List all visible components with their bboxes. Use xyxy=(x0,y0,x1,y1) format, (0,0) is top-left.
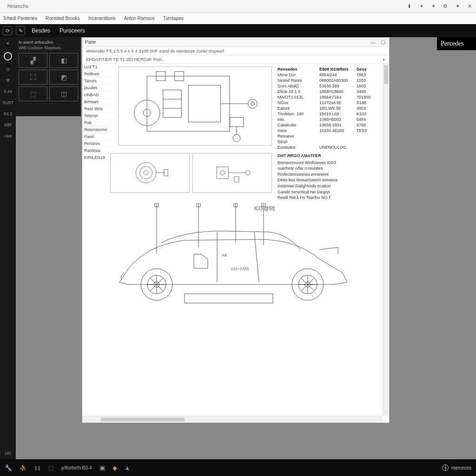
svg-point-16 xyxy=(140,167,152,179)
scrollbar-thumb[interactable] xyxy=(101,417,185,422)
table-cell: Intee xyxy=(278,128,319,133)
table-cell: Gors Attal() xyxy=(278,84,319,88)
document-subtitle-2: ENDATITIER TE T1 2EI HERGsh Trun.. ▸ xyxy=(82,55,389,64)
refresh-icon[interactable]: ⟳ xyxy=(3,26,12,35)
taskbar: 🔧 ⛹ ⫿⫿ ⬚ p/tbebeth B0-4 ▣ ◆ ▲ merceces xyxy=(0,459,476,476)
app-tab[interactable]: Puroceers xyxy=(57,27,88,34)
menu-item[interactable]: Roceded Brooks xyxy=(46,16,80,21)
download-icon[interactable]: ⬇ xyxy=(406,4,412,9)
doc-nav-item[interactable]: Duules xyxy=(82,85,115,92)
rail-label[interactable]: Ok8 xyxy=(4,134,12,139)
table-cell: 3489 xyxy=(357,89,378,94)
chart-icon[interactable]: ⫿⫿ xyxy=(34,464,41,471)
clock-icon[interactable]: ◷ xyxy=(6,67,10,72)
table-header-cell: E808 I01W8sts xyxy=(319,67,357,72)
table-cell: MA/OT1 013L xyxy=(278,95,319,99)
doc-nav-item[interactable]: Reet Wris xyxy=(82,106,115,112)
component-diagram xyxy=(110,153,190,193)
table-cell: 18564 7164 xyxy=(319,95,357,99)
doc-nav-item[interactable]: Pertures xyxy=(82,140,115,147)
scrollbar-thumb[interactable] xyxy=(384,66,388,84)
panel-box-icon[interactable]: ◩ xyxy=(49,70,78,85)
doc-nav-item[interactable]: Bimsart xyxy=(82,99,115,106)
table-row: Tredeton. 18015019 L68K103 xyxy=(278,111,378,117)
table-cell: Ellcie 19 1 9 xyxy=(278,89,319,94)
table-row: Intee15339.48183TE93 xyxy=(278,128,378,133)
doc-nav-item[interactable]: Parel xyxy=(82,133,115,140)
panel-box-icon[interactable]: ◫ xyxy=(49,86,78,101)
app-tab[interactable]: Besdes xyxy=(29,27,53,34)
gear-icon[interactable]: ⚙ xyxy=(443,4,448,9)
table-cell xyxy=(357,145,378,150)
table-row: NGuv.11272s4.80S188 xyxy=(278,100,378,106)
document-sub2: ENDATITIER TE T1 2EI HERGsh Trun.. xyxy=(86,57,164,62)
table-cell: Msne Dor xyxy=(278,73,319,77)
menu-icon[interactable]: ≡ xyxy=(7,41,9,46)
menu-item[interactable]: Tchedl Panteries xyxy=(3,16,37,21)
app-icon[interactable]: ◆ xyxy=(112,464,117,471)
doc-nav-item[interactable]: Petltnee xyxy=(82,71,115,78)
table-row: Strun xyxy=(278,139,378,145)
table-header-cell: Dess xyxy=(357,67,378,72)
panel-box-icon[interactable]: ▞ xyxy=(19,53,47,68)
doc-nav-item[interactable]: Tanurs xyxy=(82,78,115,85)
rail-label[interactable]: SUST xyxy=(2,100,13,105)
menu-item[interactable]: Incenentiions xyxy=(88,16,116,21)
horizontal-scrollbar[interactable] xyxy=(82,416,383,423)
table-row: MA/OT1 013L18564 7164701800 xyxy=(278,94,378,100)
data-table: Rensedes E808 I01W8sts Dess Msne Dor8854… xyxy=(278,66,378,150)
vertical-scrollbar[interactable]: ˇ xyxy=(383,64,389,416)
cube-icon[interactable]: ⬚ xyxy=(48,464,54,471)
menu-item[interactable]: Turntapes xyxy=(163,16,184,21)
table-header: Rensedes E808 I01W8sts Dess xyxy=(278,66,378,72)
edit-icon[interactable]: ✎ xyxy=(16,26,25,35)
panel-box-icon[interactable]: ◧ xyxy=(49,53,78,68)
scroll-down-arrow[interactable]: ˇ xyxy=(383,410,389,415)
table-cell: 7883 xyxy=(357,73,378,77)
person-icon[interactable]: ⛹ xyxy=(20,464,27,471)
browser-tab[interactable]: Hesenchs xyxy=(4,2,32,11)
table-cell: 8854/244 xyxy=(319,73,357,77)
table-row: Catsleobe10658:18016788 xyxy=(278,122,378,128)
rail-label[interactable]: 5.44 xyxy=(4,89,12,94)
doc-nav-item[interactable]: UNBAD xyxy=(82,92,115,99)
star-icon[interactable]: ✶ xyxy=(418,4,424,9)
star-icon[interactable]: ✶ xyxy=(430,4,436,9)
rail-circle-icon[interactable] xyxy=(4,52,12,60)
table-cell: 15019 L68 xyxy=(319,112,357,116)
svg-point-13 xyxy=(233,134,240,142)
left-rail: ≡ ◷ ⚒ 5.44 SUST S4.2 5tlR Ok8 185 xyxy=(0,37,16,459)
doc-nav-item[interactable]: Patt xyxy=(82,119,115,126)
close-icon[interactable]: ✕ xyxy=(467,4,472,9)
table-row: Ellcie 19 1 91868H186003489 xyxy=(278,89,378,94)
menu-item[interactable]: Anton Ramsos xyxy=(124,16,155,21)
app-bar: ⟳ ✎ Besdes Puroceers xyxy=(0,24,476,37)
table-cell: ints xyxy=(278,117,319,122)
wrench-icon[interactable]: 🔧 xyxy=(5,464,12,471)
rail-bottom-label: 185 xyxy=(4,451,11,456)
rail-label[interactable]: 5tlR xyxy=(4,123,12,127)
star-icon[interactable]: ✦ xyxy=(455,4,460,9)
doc-nav-item[interactable]: Reterstenrin xyxy=(82,126,115,133)
table-row: Nesnd Rares088001A803001553 xyxy=(278,78,378,83)
table-cell: 53938 389 xyxy=(319,84,357,88)
doc-nav-item[interactable]: UAFT1 xyxy=(82,64,115,71)
table-cell: 6484 xyxy=(357,117,378,122)
table-row: Eatont18l1.W9.384803 xyxy=(278,106,378,111)
notes-title: DHT RRGO AMATFER xyxy=(278,153,378,159)
notes-line: Brenercmoont Winfusrees ID03 xyxy=(278,160,378,166)
chevron-right-icon[interactable]: ▸ xyxy=(383,57,385,62)
app-icon[interactable]: ▲ xyxy=(125,464,131,471)
app-icon[interactable]: ▣ xyxy=(99,464,105,471)
document-body: UAFT1 Petltnee Tanurs Duules UNBAD Bimsa… xyxy=(82,64,389,423)
panel-box-icon[interactable]: ⬚ xyxy=(19,86,47,101)
taskbar-right: merceces xyxy=(442,464,471,471)
rail-label[interactable]: S4.2 xyxy=(4,112,13,116)
tool-icon[interactable]: ⚒ xyxy=(6,78,10,83)
panel-box-icon[interactable]: ⛶ xyxy=(19,70,47,85)
table-cell: 088001A80300 xyxy=(319,78,357,83)
minimize-button[interactable]: — xyxy=(370,40,376,45)
doc-nav-item[interactable]: Tsteron xyxy=(82,112,115,119)
maximize-button[interactable]: ▢ xyxy=(380,39,386,45)
table-cell: 1085H5003 xyxy=(319,117,357,122)
